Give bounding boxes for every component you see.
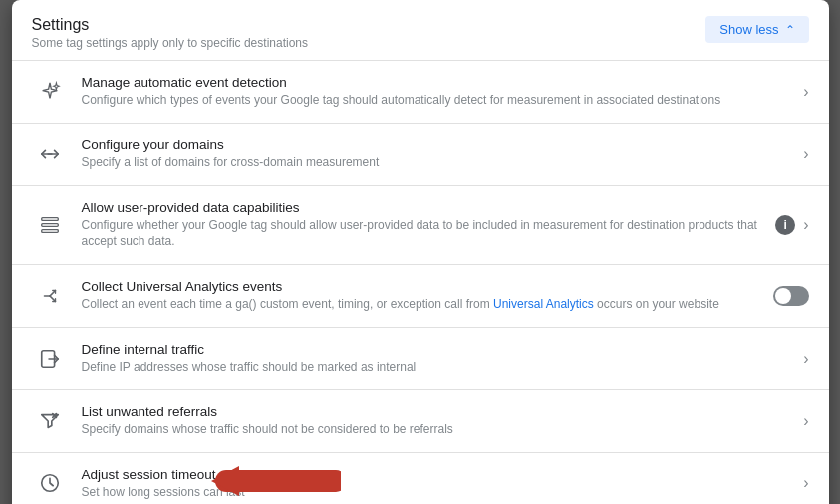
setting-desc-session: Set how long sessions can last bbox=[82, 484, 792, 501]
list-settings-icon bbox=[32, 214, 68, 236]
setting-desc-domains: Specify a list of domains for cross-doma… bbox=[82, 154, 792, 171]
chevron-right-icon: › bbox=[803, 412, 808, 430]
svg-rect-1 bbox=[41, 224, 58, 227]
settings-title: Settings bbox=[32, 16, 309, 34]
setting-desc-referrals: Specify domains whose traffic should not… bbox=[82, 421, 792, 438]
enter-icon bbox=[32, 348, 68, 370]
svg-rect-0 bbox=[41, 218, 58, 221]
setting-item-internal-traffic[interactable]: Define internal traffic Define IP addres… bbox=[12, 328, 829, 390]
info-button[interactable]: i bbox=[775, 215, 795, 235]
setting-action-user-data[interactable]: i › bbox=[775, 215, 808, 235]
settings-header: Settings Some tag settings apply only to… bbox=[12, 0, 829, 61]
setting-desc-internal-traffic: Define IP addresses whose traffic should… bbox=[82, 359, 792, 376]
setting-item-user-data[interactable]: Allow user-provided data capabilities Co… bbox=[12, 186, 829, 266]
setting-action-auto-event: › bbox=[803, 83, 808, 101]
setting-action-ua[interactable] bbox=[773, 286, 809, 306]
setting-content-auto-event: Manage automatic event detection Configu… bbox=[82, 75, 792, 109]
setting-title-internal-traffic: Define internal traffic bbox=[82, 342, 792, 357]
settings-subtitle: Some tag settings apply only to specific… bbox=[32, 36, 309, 50]
setting-title-ua: Collect Universal Analytics events bbox=[82, 279, 761, 294]
setting-title-auto-event: Manage automatic event detection bbox=[82, 75, 792, 90]
setting-item-session-timeout[interactable]: Adjust session timeout Set how long sess… bbox=[12, 453, 829, 504]
setting-title-referrals: List unwanted referrals bbox=[82, 404, 792, 419]
chevron-up-icon: ⌃ bbox=[785, 23, 795, 37]
setting-content-internal-traffic: Define internal traffic Define IP addres… bbox=[82, 342, 792, 376]
chevron-right-icon: › bbox=[803, 145, 808, 163]
setting-item-configure-domains[interactable]: Configure your domains Specify a list of… bbox=[12, 124, 829, 186]
settings-window: Settings Some tag settings apply only to… bbox=[12, 0, 829, 504]
setting-desc-user-data: Configure whether your Google tag should… bbox=[82, 217, 764, 251]
header-text: Settings Some tag settings apply only to… bbox=[32, 16, 309, 50]
show-less-label: Show less bbox=[719, 22, 778, 37]
sparkle-icon bbox=[32, 81, 68, 103]
setting-action-domains: › bbox=[803, 145, 808, 163]
chevron-right-icon: › bbox=[803, 474, 808, 492]
setting-action-internal-traffic: › bbox=[803, 350, 808, 368]
setting-content-session: Adjust session timeout Set how long sess… bbox=[82, 467, 792, 501]
arrows-icon bbox=[32, 143, 68, 165]
svg-rect-2 bbox=[41, 229, 58, 232]
chevron-right-icon: › bbox=[803, 83, 808, 101]
setting-item-universal-analytics[interactable]: Collect Universal Analytics events Colle… bbox=[12, 265, 829, 328]
setting-content-user-data: Allow user-provided data capabilities Co… bbox=[82, 200, 764, 251]
setting-title-domains: Configure your domains bbox=[82, 137, 792, 152]
clock-icon bbox=[32, 472, 68, 494]
show-less-button[interactable]: Show less ⌃ bbox=[705, 16, 808, 43]
setting-title-user-data: Allow user-provided data capabilities bbox=[82, 200, 764, 215]
setting-action-referrals: › bbox=[803, 412, 808, 430]
setting-title-session: Adjust session timeout bbox=[82, 467, 792, 482]
setting-content-ua: Collect Universal Analytics events Colle… bbox=[82, 279, 761, 313]
ua-toggle[interactable] bbox=[773, 286, 809, 306]
setting-content-domains: Configure your domains Specify a list of… bbox=[82, 137, 792, 171]
chevron-right-icon: › bbox=[803, 216, 808, 234]
filter-x-icon bbox=[32, 410, 68, 432]
arrow-split-icon bbox=[32, 285, 68, 307]
setting-item-unwanted-referrals[interactable]: List unwanted referrals Specify domains … bbox=[12, 390, 829, 453]
setting-content-referrals: List unwanted referrals Specify domains … bbox=[82, 404, 792, 438]
setting-desc-ua: Collect an event each time a ga() custom… bbox=[82, 296, 761, 313]
setting-action-session: › bbox=[803, 474, 808, 492]
settings-list: Manage automatic event detection Configu… bbox=[12, 61, 829, 504]
chevron-right-icon: › bbox=[803, 350, 808, 368]
setting-item-auto-event-detection[interactable]: Manage automatic event detection Configu… bbox=[12, 61, 829, 124]
setting-desc-auto-event: Configure which types of events your Goo… bbox=[82, 92, 792, 109]
